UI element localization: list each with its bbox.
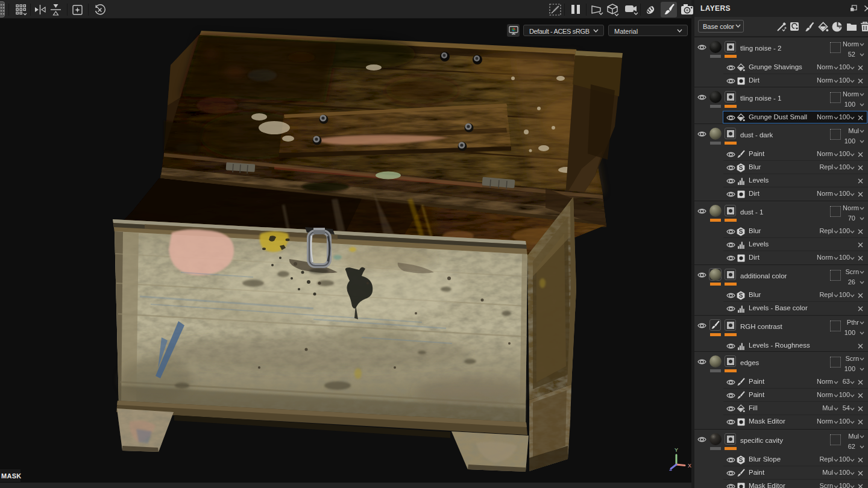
svg-text:Y: Y [675,447,678,453]
